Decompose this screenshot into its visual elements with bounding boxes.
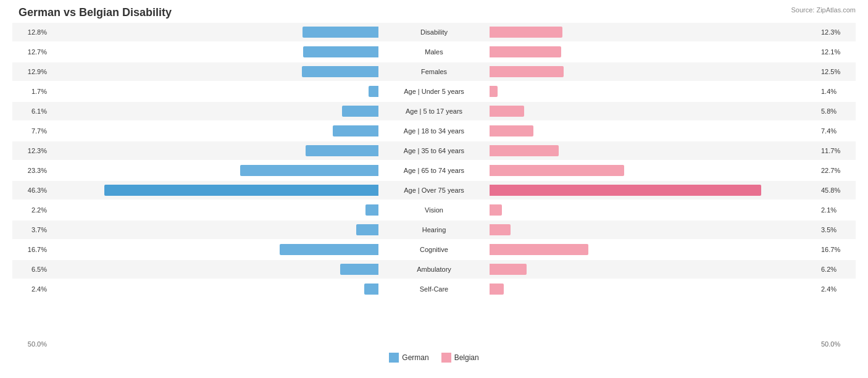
row-label: Age | 18 to 34 years (378, 127, 490, 135)
left-bar-container (49, 66, 378, 77)
left-bar (365, 204, 378, 216)
row-label: Age | 35 to 64 years (378, 147, 490, 154)
left-bar-container (49, 204, 378, 216)
right-bar (490, 204, 502, 216)
row-label: Age | 65 to 74 years (378, 167, 490, 174)
left-value: 46.3% (12, 187, 49, 194)
left-value: 3.7% (12, 226, 49, 233)
left-bar (303, 27, 378, 38)
chart-area: 12.8% Disability 12.3% 12.7% Males 12.1%… (12, 23, 856, 338)
left-bar-container (49, 27, 378, 38)
chart-row: 23.3% Age | 65 to 74 years 22.7% (12, 161, 856, 180)
left-value: 23.3% (12, 167, 49, 174)
row-label: Cognitive (378, 246, 490, 253)
left-value: 16.7% (12, 246, 49, 253)
chart-row: 12.9% Females 12.5% (12, 62, 856, 81)
right-bar (490, 86, 498, 97)
row-label: Age | Over 75 years (378, 187, 490, 194)
row-label: Hearing (378, 226, 490, 233)
chart-row: 12.8% Disability 12.3% (12, 23, 856, 41)
left-value: 6.1% (12, 107, 49, 115)
right-value: 6.2% (819, 266, 856, 273)
left-bar-container (49, 106, 378, 117)
legend: German Belgian (12, 353, 856, 363)
left-value: 2.2% (12, 206, 49, 214)
row-label: Age | Under 5 years (378, 88, 490, 95)
chart-row: 2.4% Self-Care 2.4% (12, 280, 856, 298)
left-bar-container (49, 145, 378, 156)
right-value: 7.4% (819, 127, 856, 135)
chart-row: 1.7% Age | Under 5 years 1.4% (12, 82, 856, 101)
right-bar-container (490, 145, 819, 156)
right-bar-container (490, 86, 819, 97)
left-bar-container (49, 224, 378, 235)
right-bar-container (490, 66, 819, 77)
left-bar (104, 185, 378, 196)
row-label: Males (378, 48, 490, 56)
chart-row: 12.3% Age | 35 to 64 years 11.7% (12, 141, 856, 160)
axis-right-label: 50.0% (819, 340, 856, 348)
right-value: 22.7% (819, 167, 856, 174)
right-bar-container (490, 284, 819, 295)
right-value: 12.3% (819, 28, 856, 36)
german-swatch (389, 353, 399, 363)
chart-row: 16.7% Cognitive 16.7% (12, 240, 856, 259)
left-bar (302, 66, 378, 77)
right-bar-container (490, 204, 819, 216)
legend-belgian: Belgian (441, 353, 479, 363)
right-bar (490, 125, 533, 136)
right-bar (490, 46, 561, 57)
left-value: 12.9% (12, 68, 49, 75)
right-value: 2.4% (819, 285, 856, 293)
right-value: 5.8% (819, 107, 856, 115)
axis-left-label: 50.0% (12, 340, 49, 348)
chart-container: German vs Belgian Disability Source: Zip… (0, 0, 868, 378)
left-bar-container (49, 185, 378, 196)
left-value: 7.7% (12, 127, 49, 135)
chart-row: 6.1% Age | 5 to 17 years 5.8% (12, 102, 856, 120)
right-bar (490, 185, 761, 196)
right-bar (490, 264, 527, 275)
chart-row: 7.7% Age | 18 to 34 years 7.4% (12, 122, 856, 140)
right-bar (490, 27, 562, 38)
chart-row: 46.3% Age | Over 75 years 45.8% (12, 181, 856, 200)
belgian-label: Belgian (454, 353, 479, 362)
right-value: 45.8% (819, 187, 856, 194)
left-bar (340, 264, 378, 275)
right-value: 1.4% (819, 88, 856, 95)
right-bar (490, 244, 588, 255)
left-bar (303, 46, 378, 57)
left-bar-container (49, 244, 378, 255)
right-bar-container (490, 106, 819, 117)
right-bar-container (490, 224, 819, 235)
row-label: Females (378, 68, 490, 75)
left-bar (333, 125, 378, 136)
chart-row: 3.7% Hearing 3.5% (12, 220, 856, 239)
left-bar-container (49, 125, 378, 136)
left-bar (306, 145, 378, 156)
left-bar-container (49, 284, 378, 295)
right-bar (490, 145, 559, 156)
belgian-swatch (441, 353, 451, 363)
left-bar (364, 284, 378, 295)
left-bar-container (49, 46, 378, 57)
left-value: 12.8% (12, 28, 49, 36)
left-bar (240, 165, 378, 176)
right-bar-container (490, 125, 819, 136)
right-bar-container (490, 264, 819, 275)
left-value: 12.7% (12, 48, 49, 56)
right-bar-container (490, 27, 819, 38)
row-label: Ambulatory (378, 266, 490, 273)
chart-title: German vs Belgian Disability (12, 6, 856, 19)
right-bar (490, 224, 511, 235)
right-value: 12.5% (819, 68, 856, 75)
left-value: 1.7% (12, 88, 49, 95)
row-label: Self-Care (378, 285, 490, 293)
row-label: Age | 5 to 17 years (378, 107, 490, 115)
right-bar (490, 284, 504, 295)
right-value: 11.7% (819, 147, 856, 154)
german-label: German (402, 353, 428, 362)
right-bar-container (490, 46, 819, 57)
chart-row: 6.5% Ambulatory 6.2% (12, 260, 856, 279)
left-value: 6.5% (12, 266, 49, 273)
